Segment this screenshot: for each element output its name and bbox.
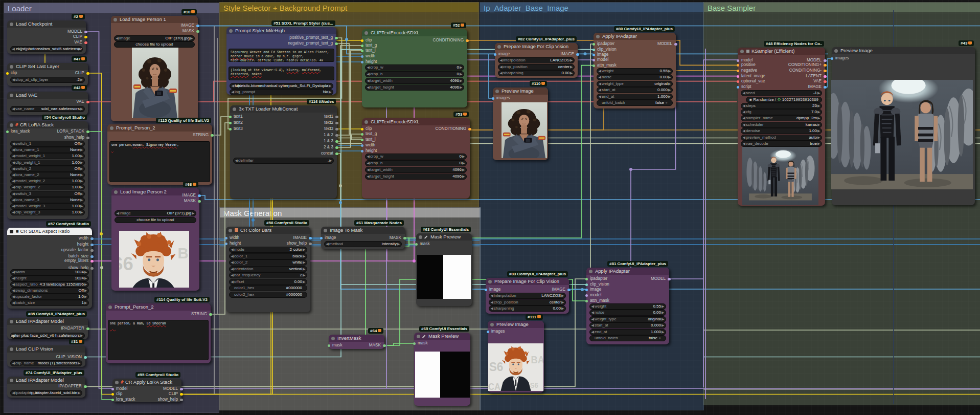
svg-text:BA: BA: [531, 355, 543, 366]
svg-text:CA: CA: [488, 382, 500, 391]
svg-text:BA: BA: [178, 245, 189, 261]
svg-text:S6: S6: [530, 382, 538, 389]
svg-text:CA: CA: [119, 287, 129, 288]
svg-text:S6: S6: [119, 253, 133, 274]
svg-text:S6: S6: [489, 360, 504, 374]
svg-text:S6: S6: [176, 287, 189, 288]
